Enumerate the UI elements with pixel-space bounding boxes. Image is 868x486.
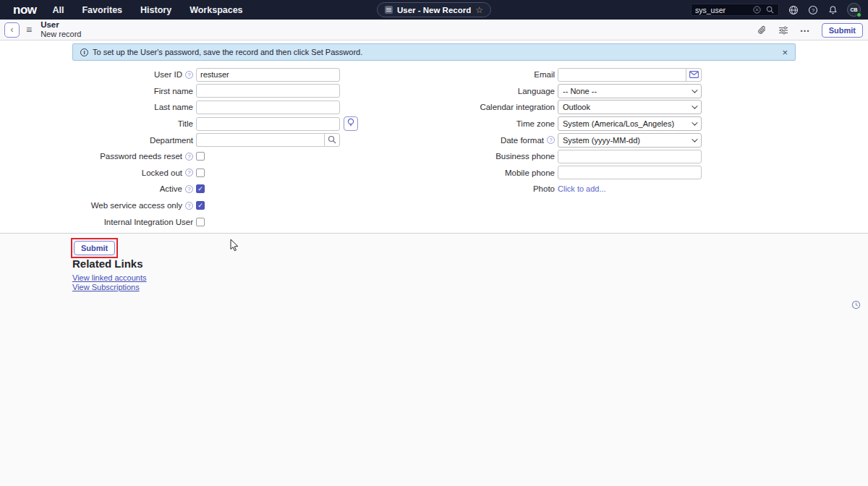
field-label-title: Title [0, 119, 193, 128]
language-selected-value: -- None -- [563, 87, 597, 95]
web-service-access-only-checkbox[interactable]: ✓ [196, 201, 205, 210]
first-name-field[interactable] [196, 84, 340, 98]
submit-button[interactable]: Submit [74, 241, 115, 255]
nav-item-favorites[interactable]: Favorites [82, 5, 122, 15]
form-row-mobile-phone: Mobile phone [405, 165, 723, 182]
help-icon[interactable]: ? [185, 153, 193, 161]
chevron-down-icon [692, 87, 697, 93]
form-row-web-service-access-only: Web service access only?✓ [0, 197, 376, 214]
business-phone-field[interactable] [558, 150, 702, 163]
help-icon[interactable]: ? [547, 136, 555, 144]
field-control-last-name [196, 101, 340, 114]
language-select[interactable]: -- None -- [558, 84, 702, 98]
active-checkbox[interactable]: ✓ [196, 184, 205, 193]
form-row-title: Title [0, 116, 376, 132]
field-label-text: Password needs reset [100, 152, 182, 161]
date-format-selected-value: System (yyyy-MM-dd) [563, 136, 640, 145]
reference-lookup-button[interactable] [324, 133, 340, 147]
related-link-view-subscriptions[interactable]: View Subscriptions [72, 283, 147, 291]
form-icon [385, 6, 393, 14]
personalize-form-icon[interactable] [778, 26, 788, 35]
field-label-text: Last name [154, 103, 193, 111]
field-label-last-name: Last name [0, 103, 193, 111]
field-label-text: Language [518, 87, 555, 95]
submit-button-toolbar[interactable]: Submit [822, 23, 863, 38]
form-row-department: Department [0, 132, 376, 148]
locked-out-checkbox[interactable] [196, 169, 205, 177]
field-label-active: Active? [0, 184, 193, 193]
last-name-field[interactable] [196, 101, 340, 114]
search-icon[interactable] [765, 5, 775, 15]
record-name: New record [41, 30, 81, 39]
field-label-locked-out: Locked out? [0, 169, 193, 177]
calendar-integration-select[interactable]: Outlook [558, 100, 702, 114]
clear-search-icon[interactable] [752, 5, 762, 15]
field-control-web-service-access-only: ✓ [196, 201, 205, 210]
form-context-menu-icon[interactable]: ≡ [26, 25, 32, 35]
form-row-calendar-integration: Calendar integrationOutlook [405, 99, 723, 116]
globe-icon[interactable] [788, 5, 799, 15]
help-icon[interactable]: ? [185, 202, 193, 210]
field-label-text: Locked out [142, 169, 182, 177]
email-compose-button[interactable] [686, 68, 701, 82]
back-chevron-icon: ‹ [11, 25, 14, 35]
user-avatar[interactable]: CB [847, 3, 861, 17]
field-control-photo: Click to add... [558, 184, 606, 193]
help-icon[interactable]: ? [185, 169, 193, 176]
help-icon[interactable]: ? [185, 185, 193, 193]
notifications-bell-icon[interactable] [827, 5, 838, 15]
help-icon[interactable]: ? [185, 71, 193, 79]
banner-close-icon[interactable]: × [782, 48, 788, 57]
email-icon [689, 68, 699, 81]
field-control-time-zone: System (America/Los_Angeles) [558, 116, 702, 131]
field-label-text: Photo [533, 184, 555, 193]
presence-indicator [856, 12, 861, 17]
field-control-date-format: System (yyyy-MM-dd) [558, 133, 702, 148]
form-column-left: User ID?First nameLast nameTitleDepartme… [0, 67, 376, 230]
field-label-password-needs-reset: Password needs reset? [0, 152, 193, 161]
field-control-user-id [196, 68, 340, 82]
more-options-icon[interactable]: ⋯ [800, 25, 810, 36]
suggestion-lookup-button[interactable] [344, 116, 358, 131]
help-icon[interactable]: ? [808, 5, 818, 15]
password-needs-reset-checkbox[interactable] [196, 152, 205, 161]
title-field[interactable] [196, 117, 340, 131]
field-label-text: Internal Integration User [104, 218, 193, 226]
nav-item-workspaces[interactable]: Workspaces [190, 5, 242, 15]
attachment-paperclip-icon[interactable] [757, 25, 767, 35]
email-field[interactable] [558, 69, 686, 80]
field-label-text: Department [150, 136, 193, 145]
mobile-phone-field[interactable] [558, 166, 702, 179]
field-label-user-id: User ID? [0, 70, 193, 79]
time-zone-select[interactable]: System (America/Los_Angeles) [558, 116, 702, 131]
nav-item-history[interactable]: History [140, 5, 171, 15]
record-tab[interactable]: User - New Record ☆ [377, 2, 491, 17]
form-content: i To set up the User's password, save th… [0, 40, 868, 233]
favorite-star-icon[interactable]: ☆ [475, 6, 483, 14]
now-logo[interactable]: now [13, 0, 37, 20]
related-link-view-linked-accounts[interactable]: View linked accounts [72, 273, 147, 282]
back-button[interactable]: ‹ [4, 22, 20, 38]
related-links-list: View linked accountsView Subscriptions [72, 273, 147, 291]
nav-item-all[interactable]: All [53, 5, 64, 15]
form-row-email: Email [405, 67, 723, 83]
field-label-time-zone: Time zone [405, 119, 555, 128]
field-control-title [196, 116, 358, 131]
highlight-rectangle: Submit [71, 238, 118, 258]
field-control-language: -- None -- [558, 84, 702, 98]
department-field[interactable] [196, 133, 324, 147]
global-search-input[interactable]: sys_user [691, 4, 779, 16]
form-row-first-name: First name [0, 83, 376, 100]
record-tab-label: User - New Record [397, 6, 471, 14]
now-logo-text: now [13, 3, 37, 17]
internal-integration-user-checkbox[interactable] [196, 218, 205, 226]
user-id-field[interactable] [196, 68, 340, 82]
form-row-internal-integration-user: Internal Integration User [0, 213, 376, 230]
response-time-clock-icon[interactable] [851, 299, 861, 312]
date-format-select[interactable]: System (yyyy-MM-dd) [558, 133, 702, 148]
form-footer: Submit Related Links View linked account… [0, 233, 868, 486]
photo-add-link[interactable]: Click to add... [558, 184, 606, 193]
field-label-email: Email [405, 70, 555, 79]
email-field-wrap [558, 68, 702, 82]
field-label-web-service-access-only: Web service access only? [0, 201, 193, 210]
